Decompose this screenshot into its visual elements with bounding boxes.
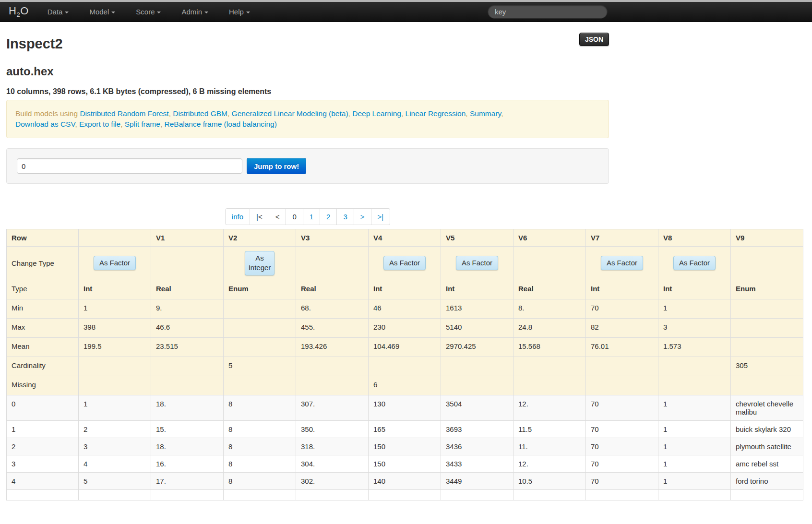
nav-item-score[interactable]: Score [129,2,168,22]
nav-menu: DataModelScoreAdminHelp [40,2,263,22]
table-cell [369,489,441,500]
link-separator: , [75,120,79,128]
stat-value: 82 [586,318,658,337]
jump-row-well: Jump to row! [6,148,609,184]
table-cell: 5 [79,472,151,489]
table-cell: ford torino [731,472,803,489]
change-type-cell [296,247,369,280]
build-link[interactable]: Generalized Linear Modeling (beta) [232,109,348,118]
search-input[interactable] [488,5,608,19]
stat-value: Real [513,280,586,299]
table-row: 0118.8307.130350412.701chevrolet chevell… [7,395,803,420]
build-link[interactable]: Summary [470,109,501,118]
table-cell: 4 [7,472,79,489]
build-link[interactable]: Distributed GBM [173,109,227,118]
stat-value [731,318,803,337]
table-cell: 165 [369,420,441,438]
table-cell: 1 [658,455,731,472]
change-type-cell: As Factor [369,247,441,280]
table-cell [224,489,296,500]
stat-value [224,318,296,337]
change-type-cell: As Factor [79,247,151,280]
column-header-V7: V7 [586,229,658,247]
stat-value: Enum [731,280,803,299]
build-link[interactable]: Split frame [125,120,160,128]
stat-value [513,357,586,376]
table-cell: 2 [79,420,151,438]
column-header-blank [79,229,151,247]
table-cell: 1 [79,395,151,420]
table-cell: amc rebel sst [731,455,803,472]
column-header-V8: V8 [658,229,731,247]
table-cell [7,489,79,500]
column-header-V9: V9 [731,229,803,247]
main-container: Inspect2 JSON auto.hex 10 columns, 398 r… [6,33,609,225]
pagination-page-1[interactable]: 1 [303,208,320,225]
table-cell [586,489,658,500]
pagination-last[interactable]: >| [371,208,391,225]
table-cell: 15. [151,420,224,438]
as-factor-button[interactable]: As Factor [601,256,643,270]
stat-label: Min [7,299,79,318]
table-cell: 3693 [441,420,513,438]
nav-item-help[interactable]: Help [222,2,257,22]
table-row: 1215.8350.165369311.5701buick skylark 32… [7,420,803,438]
frame-summary: 10 columns, 398 rows, 6.1 KB bytes (comp… [6,87,609,96]
pagination-next[interactable]: > [354,208,371,225]
nav-item-data[interactable]: Data [40,2,76,22]
table-cell: 18. [151,438,224,455]
frame-table: RowV1V2V3V4V5V6V7V8V9Change TypeAs Facto… [6,229,803,500]
as-factor-button[interactable]: As Factor [456,256,498,270]
frame-name: auto.hex [6,65,609,78]
build-link[interactable]: Export to file [79,120,120,128]
as-integer-button[interactable]: As Integer [245,251,275,275]
as-factor-button[interactable]: As Factor [383,256,426,270]
stat-value [224,337,296,357]
pagination-info[interactable]: info [225,208,250,225]
stat-value: 1.573 [658,337,731,357]
stat-value [151,357,224,376]
stat-value [658,376,731,395]
table-cell: 318. [296,438,369,455]
table-cell: 150 [369,455,441,472]
change-type-cell [151,247,224,280]
build-link[interactable]: Distributed Random Forest [80,109,168,118]
link-separator: , [227,109,232,118]
pagination-page-2[interactable]: 2 [320,208,337,225]
table-cell: 11.5 [513,420,586,438]
stat-value [79,357,151,376]
link-separator: , [160,120,165,128]
table-cell: 11. [513,438,586,455]
stat-value [224,299,296,318]
as-factor-button[interactable]: As Factor [673,256,716,270]
table-cell: 70 [586,438,658,455]
stat-value [658,357,731,376]
pagination-page-0[interactable]: 0 [286,208,303,225]
stat-value: Int [79,280,151,299]
table-cell [731,489,803,500]
table-cell: 1 [658,438,731,455]
as-factor-button[interactable]: As Factor [94,256,136,270]
nav-item-admin[interactable]: Admin [174,2,215,22]
build-link[interactable]: Linear Regression [406,109,466,118]
table-wrap: RowV1V2V3V4V5V6V7V8V9Change TypeAs Facto… [6,229,812,500]
stat-row-cardinality: Cardinality5305 [7,357,803,376]
jump-to-row-button[interactable]: Jump to row! [247,158,306,174]
stat-value [586,376,658,395]
build-link[interactable]: Deep Learning [352,109,401,118]
stat-value: 46 [369,299,441,318]
pagination-prev: < [269,208,287,225]
pagination-page-3[interactable]: 3 [337,208,354,225]
stat-value [513,376,586,395]
stat-value: 68. [296,299,369,318]
stat-value: 199.5 [79,337,151,357]
build-link[interactable]: ReBalance frame (load balancing) [165,120,277,128]
build-link[interactable]: Download as CSV [15,120,75,128]
jump-row-input[interactable] [17,158,242,174]
pagination: info|<<0123>>| [225,208,390,225]
stat-value: 5 [224,357,296,376]
table-cell: 8 [224,455,296,472]
table-cell: 2 [7,438,79,455]
nav-item-model[interactable]: Model [82,2,122,22]
json-button[interactable]: JSON [579,33,609,46]
